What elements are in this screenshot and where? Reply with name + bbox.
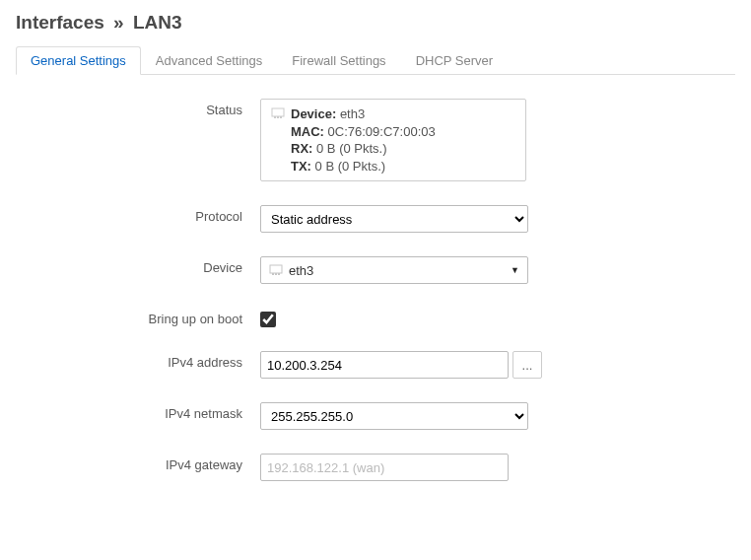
status-tx-value: 0 B (0 Pkts.) <box>315 159 386 174</box>
breadcrumb-leaf: LAN3 <box>133 12 182 33</box>
status-device-value: eth3 <box>340 106 365 121</box>
svg-rect-4 <box>270 265 282 273</box>
breadcrumb-separator: » <box>109 12 128 33</box>
protocol-select[interactable]: Static address <box>260 205 528 233</box>
tab-advanced-settings[interactable]: Advanced Settings <box>141 46 277 75</box>
ipv4-address-more-button[interactable]: ... <box>512 351 542 379</box>
tab-dhcp-server[interactable]: DHCP Server <box>401 46 509 75</box>
ipv4-netmask-label: IPv4 netmask <box>16 402 260 421</box>
status-rx-key: RX: <box>291 141 312 156</box>
tab-firewall-settings[interactable]: Firewall Settings <box>277 46 400 75</box>
protocol-label: Protocol <box>16 205 260 224</box>
ipv4-address-input[interactable] <box>260 351 509 379</box>
ipv4-gateway-input[interactable] <box>260 454 509 481</box>
svg-rect-7 <box>278 273 280 275</box>
svg-rect-3 <box>280 116 282 118</box>
status-device-key: Device: <box>291 106 336 121</box>
breadcrumb-root: Interfaces <box>16 12 104 33</box>
status-mac-value: 0C:76:09:C7:00:03 <box>328 124 436 139</box>
status-tx-key: TX: <box>291 159 311 174</box>
svg-rect-5 <box>272 273 274 275</box>
page-title: Interfaces » LAN3 <box>16 12 735 34</box>
svg-rect-0 <box>272 108 284 116</box>
device-label: Device <box>16 256 260 275</box>
ipv4-gateway-label: IPv4 gateway <box>16 454 260 472</box>
ipv4-address-label: IPv4 address <box>16 351 260 370</box>
svg-rect-2 <box>277 116 279 118</box>
device-select[interactable]: eth3 ▼ <box>260 256 528 284</box>
tabs: General Settings Advanced Settings Firew… <box>16 45 735 75</box>
status-rx-value: 0 B (0 Pkts.) <box>316 141 387 156</box>
svg-rect-1 <box>274 116 276 118</box>
chevron-down-icon: ▼ <box>511 265 519 275</box>
network-adapter-icon <box>269 262 283 279</box>
bring-up-on-boot-checkbox[interactable] <box>260 312 276 327</box>
bring-up-on-boot-label: Bring up on boot <box>16 308 260 326</box>
ipv4-netmask-select[interactable]: 255.255.255.0 <box>260 402 528 430</box>
status-mac-key: MAC: <box>291 124 324 139</box>
status-label: Status <box>16 99 260 117</box>
svg-rect-6 <box>275 273 277 275</box>
form-general-settings: Status Device: eth3 MAC: 0C:76:09:C7:00:… <box>16 75 735 528</box>
network-adapter-icon <box>271 105 285 119</box>
device-select-value: eth3 <box>289 263 313 278</box>
status-box: Device: eth3 MAC: 0C:76:09:C7:00:03 RX: … <box>260 99 526 181</box>
tab-general-settings[interactable]: General Settings <box>16 46 141 75</box>
